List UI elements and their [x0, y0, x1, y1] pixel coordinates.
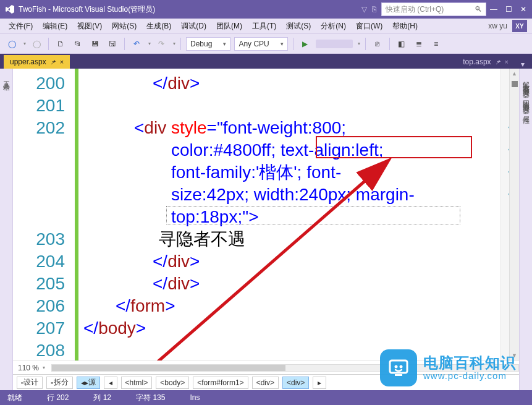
user-name[interactable]: xw yu [488, 22, 507, 30]
breadcrumb-html[interactable]: <html> [121, 377, 153, 389]
breadcrumb-next[interactable]: ▸ [313, 377, 326, 389]
tb-misc-4[interactable]: ≡ [429, 37, 443, 51]
menu-tools[interactable]: 工具(T) [248, 19, 280, 33]
pin-icon[interactable]: 📌︎ [50, 59, 56, 66]
debug-target-combo[interactable] [316, 40, 353, 48]
main-toolbar: ◯▾ ◯ 🗋 📂︎ 💾︎ 🖫 ↶▾ ↷▾ Debug▾ Any CPU▾ ▶ ▾… [0, 34, 532, 54]
notification-down-icon[interactable]: ▽ [361, 5, 367, 14]
maximize-button[interactable]: ☐ [505, 5, 512, 14]
wrap-indicator-column: ↲ ↲ ↲ ↲ ▲ ▼ [500, 69, 519, 360]
right-toolwindow-strip: 解决方案资源管理器 团队资源管理器 属性 [519, 69, 532, 390]
menu-help[interactable]: 帮助(H) [389, 19, 421, 33]
line-number-gutter: 200 201 202 203 204 205 206 207 208 [13, 69, 75, 360]
status-col: 列 12 [93, 393, 111, 403]
menu-view[interactable]: 视图(V) [74, 19, 106, 33]
close-icon[interactable]: × [505, 58, 509, 66]
scroll-up-icon[interactable]: ▲ [510, 69, 519, 79]
watermark: 电脑百科知识 www.pc-daily.com [380, 349, 516, 386]
open-icon[interactable]: 📂︎ [71, 37, 85, 51]
menu-website[interactable]: 网站(S) [108, 19, 140, 33]
start-debug-button[interactable]: ▶ [298, 37, 312, 51]
code-text-content: 寻隐者不遇 [159, 229, 245, 249]
breadcrumb-body[interactable]: <body> [156, 377, 189, 389]
left-toolwindow-strip: 工具箱 [0, 69, 13, 390]
vertical-scrollbar[interactable]: ▲ ▼ [509, 69, 519, 360]
menu-build[interactable]: 生成(B) [143, 19, 175, 33]
quick-launch-input[interactable]: 快速启动 (Ctrl+Q) 🔍︎ [381, 2, 486, 16]
close-button[interactable]: ✕ [520, 5, 527, 14]
search-icon: 🔍︎ [475, 5, 482, 14]
pin-icon[interactable]: 📌︎ [495, 59, 501, 66]
undo-icon[interactable]: ↶ [130, 37, 143, 51]
document-tab-row: upper.aspx 📌︎ × top.aspx 📌︎ × ▾ [0, 54, 532, 69]
quick-launch-area: ▽ ⎘ 快速启动 (Ctrl+Q) 🔍︎ [361, 2, 486, 16]
watermark-logo-icon [380, 349, 417, 386]
zoom-combo[interactable]: 110 %▾ [13, 364, 50, 372]
redo-icon[interactable]: ↷ [154, 37, 168, 51]
tab-overflow-icon[interactable]: ▾ [517, 60, 528, 69]
title-bar: TwoFish - Microsoft Visual Studio(管理员) ▽… [0, 0, 532, 19]
code-editor[interactable]: 200 201 202 203 204 205 206 207 208 </di… [13, 69, 519, 390]
menu-file[interactable]: 文件(F) [5, 19, 36, 33]
close-icon[interactable]: × [60, 58, 64, 66]
properties-tab[interactable]: 属性 [521, 107, 531, 117]
save-icon[interactable]: 💾︎ [88, 37, 102, 51]
tb-misc-1[interactable]: ⎚ [371, 37, 384, 51]
tb-misc-3[interactable]: ≣ [412, 37, 426, 51]
menu-window[interactable]: 窗口(W) [352, 19, 386, 33]
menu-debug[interactable]: 调试(D) [177, 19, 210, 33]
svg-point-4 [400, 365, 403, 369]
status-line: 行 202 [47, 393, 69, 403]
split-handle[interactable] [512, 81, 518, 87]
menu-analyze[interactable]: 分析(N) [317, 19, 350, 33]
status-bar: 就绪 行 202 列 12 字符 135 Ins [0, 390, 532, 405]
selection-outline [166, 206, 460, 224]
status-ready: 就绪 [7, 393, 22, 403]
window-controls: — ☐ ✕ [490, 5, 527, 14]
css-prop-font-weight: font-weight:800; [223, 118, 346, 137]
minimize-button[interactable]: — [490, 5, 497, 14]
menu-bar: 文件(F) 编辑(E) 视图(V) 网站(S) 生成(B) 调试(D) 团队(M… [0, 19, 532, 34]
menu-edit[interactable]: 编辑(E) [39, 19, 71, 33]
css-prop-color: color:#4800ff; [171, 140, 281, 160]
tab-top-aspx[interactable]: top.aspx 📌︎ × [457, 55, 515, 69]
feedback-icon[interactable]: ⎘ [372, 5, 376, 14]
vs-logo-icon [5, 4, 15, 14]
solution-explorer-tab[interactable]: 解决方案资源管理器 [521, 72, 531, 91]
team-explorer-tab[interactable]: 团队资源管理器 [521, 91, 531, 107]
window-title: TwoFish - Microsoft Visual Studio(管理员) [19, 4, 155, 15]
toolbox-tab[interactable]: 工具箱 [2, 72, 11, 83]
menu-test[interactable]: 测试(S) [282, 19, 315, 33]
view-source-tab[interactable]: ◂▸ 源 [77, 377, 100, 389]
quick-launch-placeholder: 快速启动 (Ctrl+Q) [386, 4, 444, 15]
watermark-url: www.pc-daily.com [423, 371, 516, 382]
nav-fwd-button[interactable]: ◯ [30, 37, 43, 51]
config-combo[interactable]: Debug▾ [186, 37, 230, 51]
breadcrumb-div1[interactable]: <div> [252, 377, 279, 389]
user-avatar[interactable]: XY [512, 20, 527, 32]
platform-combo[interactable]: Any CPU▾ [234, 37, 287, 51]
tab-label: upper.aspx [10, 58, 46, 66]
tab-label: top.aspx [463, 58, 491, 66]
code-area[interactable]: </div> − <div style="font-weight:800; co… [78, 69, 500, 360]
tb-misc-2[interactable]: ◧ [395, 37, 408, 51]
main-body: 工具箱 200 201 202 203 204 205 206 207 208 … [0, 69, 532, 390]
new-project-icon[interactable]: 🗋 [54, 37, 67, 51]
svg-rect-2 [395, 374, 402, 376]
nav-back-button[interactable]: ◯ [5, 37, 19, 51]
view-split-tab[interactable]: ▫ 拆分 [46, 377, 72, 389]
menu-team[interactable]: 团队(M) [213, 19, 246, 33]
status-ins: Ins [190, 393, 200, 402]
breadcrumb-form[interactable]: <form#form1> [193, 377, 248, 389]
view-design-tab[interactable]: ▫ 设计 [17, 377, 43, 389]
save-all-icon[interactable]: 🖫 [106, 37, 119, 51]
css-prop-text-align: text-align:left; [281, 140, 384, 160]
breadcrumb-prev[interactable]: ◂ [104, 377, 117, 389]
tab-upper-aspx[interactable]: upper.aspx 📌︎ × [4, 55, 70, 69]
svg-point-3 [395, 365, 398, 369]
breadcrumb-div2[interactable]: <div> [282, 377, 309, 389]
status-char: 字符 135 [136, 393, 165, 403]
watermark-title: 电脑百科知识 [423, 355, 516, 371]
